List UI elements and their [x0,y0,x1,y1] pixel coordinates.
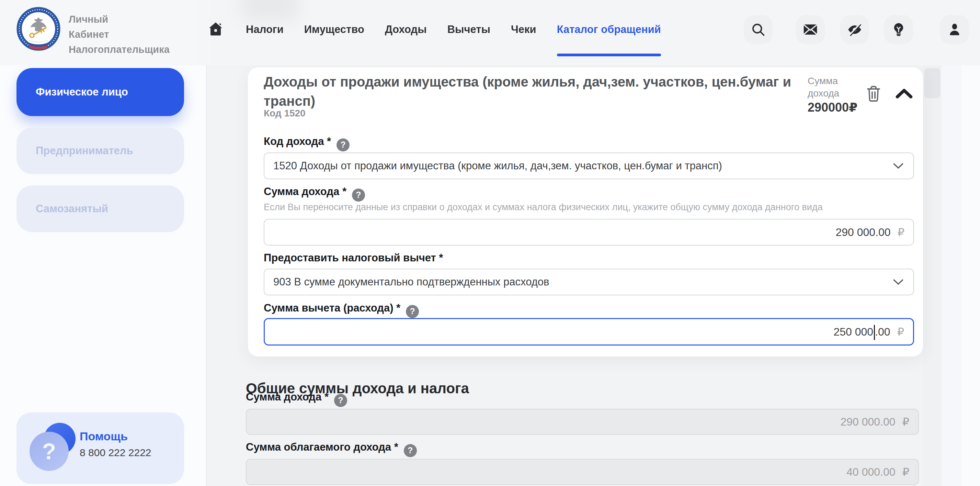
eye-slash-icon [847,22,862,37]
help-icon[interactable]: ? [352,188,365,202]
help-phone: 8 800 222 2222 [80,447,151,459]
ruble-sign: ₽ [902,465,909,478]
income-code-label: Код дохода *? [264,135,350,151]
right-edge [961,65,980,486]
search-button[interactable] [744,15,773,44]
ruble-sign: ₽ [902,415,909,428]
sidebar-content-divider [206,65,207,486]
income-card-title: Доходы от продажи имущества (кроме жилья… [264,72,799,111]
nav-incomes[interactable]: Доходы [385,23,427,37]
income-card-code: Код 1520 [264,108,305,119]
scrollbar-track[interactable] [923,65,942,486]
help-question-icon: ? [30,421,75,473]
help-icon[interactable]: ? [337,139,350,151]
help-icon[interactable]: ? [404,444,417,457]
app-screen: Доходы от продажи имущества (кроме жилья… [0,0,980,486]
right-gutter [942,65,961,486]
sidebar-profile-entrepreneur[interactable]: Предприниматель [16,127,184,174]
help-icon[interactable]: ? [406,305,419,318]
income-sum-hint: Если Вы переносите данные из справки о д… [264,202,823,213]
scrollbar-thumb[interactable] [924,68,940,98]
user-icon [947,22,962,37]
ruble-sign: ₽ [897,325,904,338]
income-sum-input[interactable]: 290 000.00 ₽ [264,219,914,245]
chevron-up-icon [896,89,913,99]
help-title: Помощь [80,430,128,443]
income-code-select[interactable]: 1520 Доходы от продажи имущества (кроме … [264,153,914,179]
help-icon[interactable]: ? [334,394,347,407]
fns-logo [16,7,61,52]
messages-button[interactable] [796,15,825,44]
nav-receipts[interactable]: Чеки [511,23,536,37]
text-caret [874,325,875,340]
chevron-down-icon [893,163,904,169]
chevron-down-icon [893,279,904,285]
deduction-label: Предоставить налоговый вычет * [264,252,443,264]
sidebar-profile-individual[interactable]: Физическое лицо [16,68,184,116]
income-sum-caption: Сумма дохода [808,75,849,100]
sidebar-profile-self-employed[interactable]: Самозанятый [16,185,184,232]
collapse-card-button[interactable] [896,89,913,100]
accessibility-button[interactable] [840,15,869,44]
total-income-input-disabled: 290 000.00 ₽ [246,409,919,435]
mail-icon [803,22,818,37]
tips-button[interactable] [884,15,913,44]
nav-appeals-catalog[interactable]: Каталог обращений [557,23,661,37]
main-navigation: Налоги Имущество Доходы Вычеты Чеки Ката… [246,23,661,37]
trash-icon [865,84,882,103]
top-header: Личный Кабинет Налогоплательщика Налоги … [0,0,980,65]
lightbulb-icon [891,22,906,37]
deduction-sum-label: Сумма вычета (расхода) *? [264,302,419,318]
nav-deductions[interactable]: Вычеты [447,23,490,37]
income-item-card: Доходы от продажи имущества (кроме жилья… [248,67,923,357]
search-icon [751,22,766,37]
nav-taxes[interactable]: Налоги [246,23,284,37]
deduction-select[interactable]: 903 В сумме документально подтвержденных… [264,269,914,295]
home-icon [207,21,224,37]
brand-title: Личный Кабинет Налогоплательщика [69,12,170,57]
help-card[interactable]: ? Помощь 8 800 222 2222 [16,413,184,484]
ruble-sign: ₽ [897,226,904,239]
home-button[interactable] [207,21,224,37]
deduction-sum-input[interactable]: 250 000.00 ₽ [264,318,914,346]
nav-property[interactable]: Имущество [304,23,364,37]
total-income-label: Сумма дохода *? [246,391,347,407]
taxable-income-label: Сумма облагаемого дохода *? [246,441,417,457]
income-sum-value: 290000₽ [808,100,858,115]
income-sum-label: Сумма дохода *? [264,185,365,202]
delete-income-button[interactable] [865,84,882,103]
taxable-income-input-disabled: 40 000.00 ₽ [246,459,919,485]
profile-button[interactable] [940,15,969,44]
